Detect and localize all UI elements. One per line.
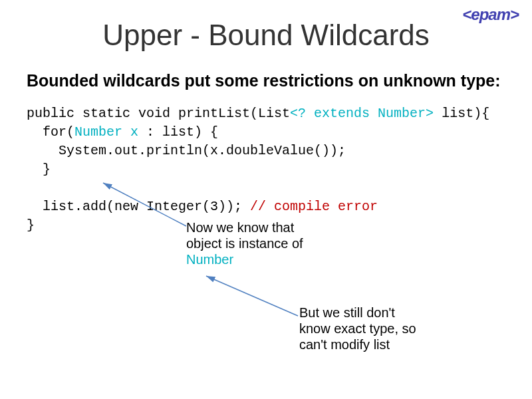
code-text: System.out.println(x.doubleValue()); — [27, 143, 346, 158]
brand-logo: <epam> — [462, 5, 519, 24]
slide-subtitle: Bounded wildcards put some restrictions … — [27, 70, 505, 91]
code-comment: // compile error — [250, 199, 378, 214]
annotation-instance: Now we know that object is instance of N… — [186, 219, 346, 267]
code-text: for( — [27, 124, 74, 140]
annotation-modify: But we still don't know exact type, so c… — [299, 305, 439, 352]
code-text: list){ — [434, 106, 489, 121]
arrow-line — [206, 276, 298, 316]
code-var: Number x — [74, 124, 138, 140]
code-text: } — [27, 162, 51, 177]
annotation-line: object is instance of — [186, 235, 346, 251]
code-text: list.add(new Integer(3)); — [27, 199, 250, 214]
code-generic: <? extends Number> — [290, 106, 434, 121]
annotation-line: But we still don't — [299, 305, 439, 321]
code-text: : list) { — [138, 124, 218, 140]
annotation-line: Number — [186, 251, 346, 267]
annotation-line: can't modify list — [299, 336, 439, 352]
annotation-line: know exact type, so — [299, 321, 439, 336]
code-text: } — [27, 217, 35, 233]
annotation-line: Now we know that — [186, 219, 346, 235]
slide-title: Upper - Bound Wildcards — [0, 19, 532, 52]
code-text: public static void printList(List — [27, 106, 290, 121]
code-block: public static void printList(List<? exte… — [27, 104, 505, 235]
